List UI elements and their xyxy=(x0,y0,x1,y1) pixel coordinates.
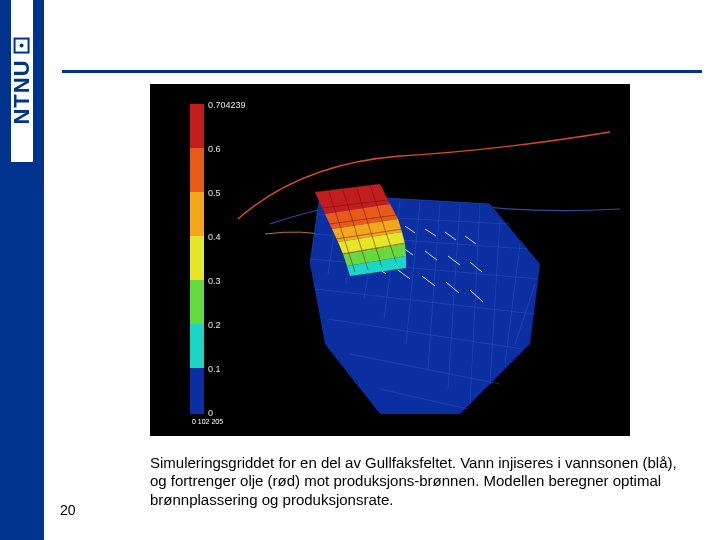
colorbar-label-4: 0.3 xyxy=(208,276,221,286)
colorbar-label-2: 0.5 xyxy=(208,188,221,198)
brand-dot-icon xyxy=(20,43,24,47)
slide: NTNU xyxy=(0,0,720,540)
brand-logo-container: NTNU xyxy=(11,0,33,162)
svg-rect-30 xyxy=(190,368,204,414)
simulation-viz xyxy=(150,84,630,436)
header-divider xyxy=(62,70,702,73)
svg-rect-27 xyxy=(190,236,204,280)
svg-rect-29 xyxy=(190,324,204,368)
simulation-figure: 0.704239 0.6 0.5 0.4 0.3 0.2 0.1 0 0 102… xyxy=(150,84,630,436)
colorbar-scale: 0 102 205 xyxy=(192,418,223,425)
colorbar-label-6: 0.1 xyxy=(208,364,221,374)
svg-rect-26 xyxy=(190,192,204,236)
svg-rect-25 xyxy=(190,148,204,192)
figure-caption: Simuleringsgriddet for en del av Gullfak… xyxy=(150,454,690,509)
brand-sidebar: NTNU xyxy=(0,0,44,540)
colorbar-label-3: 0.4 xyxy=(208,232,221,242)
brand-square-icon xyxy=(14,37,30,53)
brand-logo: NTNU xyxy=(9,37,35,124)
page-number: 20 xyxy=(60,502,76,518)
svg-rect-28 xyxy=(190,280,204,324)
brand-name: NTNU xyxy=(9,59,35,124)
colorbar-label-0: 0.704239 xyxy=(208,100,246,110)
colorbar xyxy=(190,104,204,414)
colorbar-label-5: 0.2 xyxy=(208,320,221,330)
svg-rect-24 xyxy=(190,104,204,148)
colorbar-label-7: 0 xyxy=(208,408,213,418)
colorbar-label-1: 0.6 xyxy=(208,144,221,154)
